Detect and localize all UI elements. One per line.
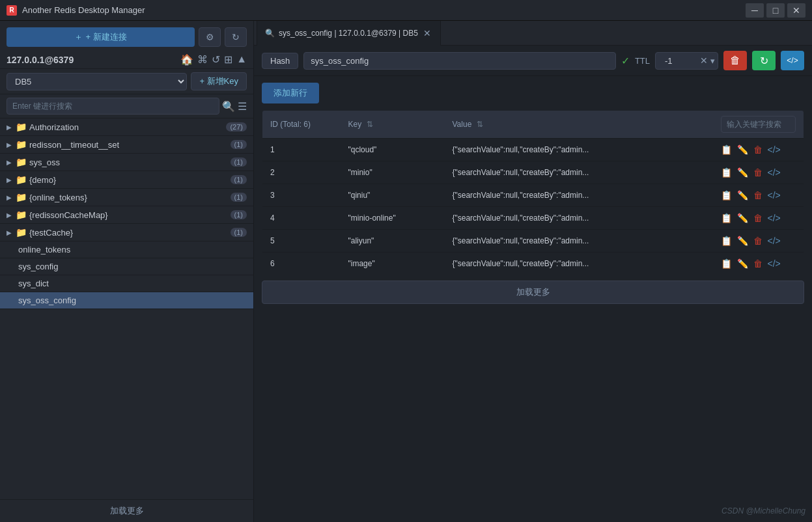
code-row-icon[interactable]: </> <box>768 236 781 246</box>
copy-icon[interactable]: 📋 <box>721 144 732 155</box>
search-button[interactable]: 🔍 <box>222 100 235 113</box>
new-key-button[interactable]: + 新增Key <box>191 72 247 90</box>
delete-row-icon[interactable]: 🗑 <box>753 213 763 223</box>
tab-close-button[interactable]: ✕ <box>422 28 432 38</box>
key-item-sys-config[interactable]: sys_config <box>0 258 253 275</box>
key-group-online-tokens[interactable]: ▶ 📁 {online_tokens} (1) <box>0 189 253 206</box>
ttl-input[interactable] <box>658 53 697 69</box>
edit-icon[interactable]: ✏️ <box>737 144 748 155</box>
edit-icon[interactable]: ✏️ <box>737 190 748 200</box>
cell-value: {"searchValue":null,"createBy":"admin... <box>445 230 713 253</box>
code-row-icon[interactable]: </> <box>768 190 781 200</box>
key-group-sys-oss[interactable]: ▶ 📁 sys_oss (1) <box>0 154 253 171</box>
ttl-dropdown-icon[interactable]: ▾ <box>710 56 715 66</box>
ttl-clear-icon[interactable]: ✕ <box>700 55 708 66</box>
cell-actions: 📋 ✏️ 🗑 </> <box>713 139 804 161</box>
group-name: sys_oss <box>29 158 228 167</box>
table-load-more-button[interactable]: 加载更多 <box>262 281 804 304</box>
home-icon[interactable]: 🏠 <box>180 53 193 66</box>
key-group-test-cache[interactable]: ▶ 📁 {testCache} (1) <box>0 224 253 241</box>
cell-value: {"searchValue":null,"createBy":"admin... <box>445 139 713 161</box>
copy-icon[interactable]: 📋 <box>721 190 732 200</box>
edit-icon[interactable]: ✏️ <box>737 236 748 246</box>
delete-row-icon[interactable]: 🗑 <box>753 144 763 155</box>
tab-bar: 🔍 sys_oss_config | 127.0.0.1@6379 | DB5 … <box>254 21 812 46</box>
server-name: 127.0.0.1@6379 <box>7 55 180 65</box>
delete-row-icon[interactable]: 🗑 <box>753 258 763 269</box>
sidebar-load-more-button[interactable]: 加载更多 <box>0 499 253 522</box>
chevron-right-icon: ▶ <box>7 124 12 131</box>
group-count: (1) <box>231 140 247 149</box>
copy-icon[interactable]: 📋 <box>721 213 732 223</box>
folder-icon: 📁 <box>16 192 27 202</box>
collapse-icon[interactable]: ▲ <box>236 53 247 66</box>
delete-row-icon[interactable]: 🗑 <box>753 236 763 246</box>
cell-id: 5 <box>262 230 341 253</box>
table-row: 2 "minio" {"searchValue":null,"createBy"… <box>262 161 804 184</box>
terminal-icon[interactable]: ⌘ <box>197 53 208 66</box>
settings-button[interactable]: ⚙ <box>199 27 221 47</box>
key-item-sys-dict[interactable]: sys_dict <box>0 275 253 292</box>
cell-actions: 📋 ✏️ 🗑 </> <box>713 161 804 184</box>
search-row: 🔍 ☰ <box>0 94 253 118</box>
cell-id: 3 <box>262 184 341 207</box>
chevron-right-icon: ▶ <box>7 229 12 236</box>
copy-icon[interactable]: 📋 <box>721 236 732 246</box>
delete-row-icon[interactable]: 🗑 <box>753 167 763 178</box>
right-panel: 🔍 sys_oss_config | 127.0.0.1@6379 | DB5 … <box>254 21 812 522</box>
refresh-connections-button[interactable]: ↻ <box>225 27 247 47</box>
cell-id: 4 <box>262 207 341 230</box>
db-select[interactable]: DB5 DB0 DB1 <box>7 73 187 90</box>
group-count: (1) <box>231 158 247 167</box>
add-row-button[interactable]: 添加新行 <box>262 83 319 103</box>
refresh-key-button[interactable]: ↻ <box>752 51 776 70</box>
code-row-icon[interactable]: </> <box>768 213 781 223</box>
close-button[interactable]: ✕ <box>787 3 805 18</box>
copy-icon[interactable]: 📋 <box>721 167 732 178</box>
key-group-demo[interactable]: ▶ 📁 {demo} (1) <box>0 171 253 189</box>
edit-icon[interactable]: ✏️ <box>737 258 748 269</box>
key-item-sys-oss-config[interactable]: sys_oss_config <box>0 292 253 309</box>
code-row-icon[interactable]: </> <box>768 144 781 155</box>
cell-id: 6 <box>262 253 341 275</box>
table-row: 6 "image" {"searchValue":null,"createBy"… <box>262 253 804 275</box>
cell-actions: 📋 ✏️ 🗑 </> <box>713 184 804 207</box>
confirm-icon[interactable]: ✓ <box>621 55 630 67</box>
filter-button[interactable]: ☰ <box>238 100 247 113</box>
delete-row-icon[interactable]: 🗑 <box>753 190 763 200</box>
code-row-icon[interactable]: </> <box>768 258 781 269</box>
edit-icon[interactable]: ✏️ <box>737 213 748 223</box>
key-group-redisson[interactable]: ▶ 📁 redisson__timeout__set (1) <box>0 136 253 154</box>
search-input[interactable] <box>7 98 219 115</box>
edit-icon[interactable]: ✏️ <box>737 167 748 178</box>
group-count: (1) <box>231 175 247 184</box>
table-search-input[interactable] <box>721 116 796 133</box>
chevron-right-icon: ▶ <box>7 194 12 201</box>
key-item-online-tokens[interactable]: online_tokens <box>0 241 253 258</box>
sort-value-icon[interactable]: ⇅ <box>477 120 483 129</box>
tab-sys-oss-config[interactable]: 🔍 sys_oss_config | 127.0.0.1@6379 | DB5 … <box>257 21 441 46</box>
cell-value: {"searchValue":null,"createBy":"admin... <box>445 161 713 184</box>
key-name-input[interactable] <box>303 52 616 70</box>
grid-icon[interactable]: ⊞ <box>224 53 232 66</box>
cell-actions: 📋 ✏️ 🗑 </> <box>713 230 804 253</box>
code-icon: </> <box>787 56 798 65</box>
new-connection-button[interactable]: ＋ + 新建连接 <box>7 27 195 47</box>
minimize-button[interactable]: ─ <box>746 3 764 18</box>
group-count: (27) <box>226 122 247 131</box>
copy-icon[interactable]: 📋 <box>721 258 732 269</box>
key-list: ▶ 📁 Authorization (27) ▶ 📁 redisson__tim… <box>0 118 253 499</box>
key-group-cache-map[interactable]: ▶ 📁 {redissonCacheMap} (1) <box>0 206 253 224</box>
code-view-button[interactable]: </> <box>781 51 804 70</box>
group-count: (1) <box>231 228 247 237</box>
maximize-button[interactable]: □ <box>766 3 785 18</box>
sort-key-icon[interactable]: ⇅ <box>367 120 373 129</box>
ttl-group: ✕ ▾ <box>655 52 718 70</box>
gear-icon: ⚙ <box>206 32 214 42</box>
cell-id: 2 <box>262 161 341 184</box>
tab-label: sys_oss_config | 127.0.0.1@6379 | DB5 <box>279 29 418 38</box>
key-group-authorization[interactable]: ▶ 📁 Authorization (27) <box>0 118 253 136</box>
reload-icon[interactable]: ↺ <box>212 53 220 66</box>
delete-key-button[interactable]: 🗑 <box>723 51 747 70</box>
code-row-icon[interactable]: </> <box>768 167 781 178</box>
